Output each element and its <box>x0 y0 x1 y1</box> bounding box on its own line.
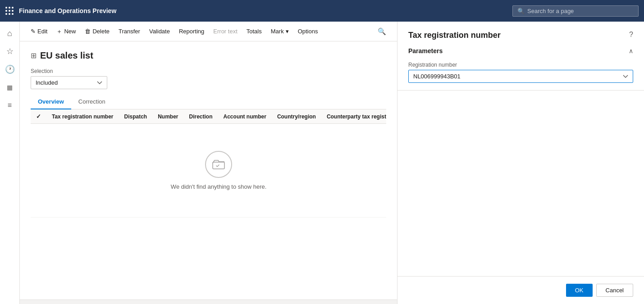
table-header-row: ✓ Tax registration number Dispatch Numbe… <box>31 109 386 124</box>
registration-number-label: Registration number <box>408 62 633 68</box>
col-dispatch: Dispatch <box>119 109 152 124</box>
empty-folder-icon <box>205 151 232 178</box>
favorites-icon[interactable]: ☆ <box>2 43 18 59</box>
tab-correction[interactable]: Correction <box>71 95 113 109</box>
content-area: ✎ Edit ＋ New 🗑 Delete Transfer Validate … <box>20 22 397 304</box>
totals-button[interactable]: Totals <box>243 26 265 36</box>
reporting-button[interactable]: Reporting <box>175 26 208 36</box>
empty-message: We didn't find anything to show here. <box>171 183 267 190</box>
mark-button[interactable]: Mark ▾ <box>267 26 292 36</box>
toolbar: ✎ Edit ＋ New 🗑 Delete Transfer Validate … <box>20 22 397 41</box>
parameters-section: Parameters ∧ Registration number NL00699… <box>397 40 644 91</box>
col-country-region: Country/region <box>272 109 321 124</box>
panel-title: Tax registration number <box>408 31 501 40</box>
search-bar[interactable]: 🔍 <box>512 5 639 17</box>
col-tax-reg: Tax registration number <box>46 109 119 124</box>
page-title: EU sales list <box>40 50 93 61</box>
col-direction: Direction <box>184 109 218 124</box>
col-number: Number <box>152 109 183 124</box>
edit-icon: ✎ <box>31 28 36 35</box>
search-input[interactable] <box>527 8 634 14</box>
registration-number-select[interactable]: NL006999943B01 <box>408 70 633 83</box>
delete-button[interactable]: 🗑 Delete <box>81 26 113 36</box>
new-icon: ＋ <box>56 27 62 36</box>
app-title: Finance and Operations Preview <box>19 7 507 14</box>
validate-button[interactable]: Validate <box>146 26 174 36</box>
sidebar: ⌂ ☆ 🕐 ▦ ≡ <box>0 22 20 304</box>
parameters-title: Parameters <box>408 47 443 54</box>
data-table: ✓ Tax registration number Dispatch Numbe… <box>31 109 386 218</box>
error-text-button: Error text <box>210 26 241 36</box>
col-counterparty-tax: Counterparty tax registration <box>321 109 386 124</box>
page-content: ⊞ EU sales list Selection Included All N… <box>20 41 397 299</box>
panel-footer: OK Cancel <box>397 276 644 304</box>
panel-header: Tax registration number ? <box>397 22 644 40</box>
top-bar: Finance and Operations Preview 🔍 <box>0 0 644 22</box>
empty-state: We didn't find anything to show here. <box>31 124 386 217</box>
section-header: Parameters ∧ <box>408 47 633 54</box>
search-icon: 🔍 <box>517 8 525 14</box>
workspaces-icon[interactable]: ▦ <box>2 79 18 95</box>
selection-row: Selection Included All Not included <box>31 68 386 89</box>
right-panel: Tax registration number ? Parameters ∧ R… <box>397 22 644 304</box>
ok-button[interactable]: OK <box>566 284 593 297</box>
transfer-button[interactable]: Transfer <box>115 26 144 36</box>
delete-icon: 🗑 <box>85 28 91 35</box>
registration-number-field: Registration number NL006999943B01 <box>408 62 633 83</box>
new-button[interactable]: ＋ New <box>53 26 79 37</box>
edit-button[interactable]: ✎ Edit <box>27 26 51 36</box>
col-account-number: Account number <box>218 109 272 124</box>
recent-icon[interactable]: 🕐 <box>2 61 18 77</box>
mark-chevron-icon: ▾ <box>286 28 289 35</box>
modules-icon[interactable]: ≡ <box>2 97 18 113</box>
horizontal-scrollbar[interactable] <box>20 299 397 304</box>
cancel-button[interactable]: Cancel <box>596 284 633 297</box>
selection-label: Selection <box>31 68 386 74</box>
options-button[interactable]: Options <box>294 26 322 36</box>
tab-overview[interactable]: Overview <box>31 95 71 109</box>
table-container: ✓ Tax registration number Dispatch Numbe… <box>31 109 386 218</box>
home-icon[interactable]: ⌂ <box>2 25 18 41</box>
collapse-icon[interactable]: ∧ <box>629 47 633 54</box>
selection-dropdown[interactable]: Included All Not included <box>31 76 107 89</box>
search-icon-button[interactable]: 🔍 <box>374 26 390 37</box>
help-icon[interactable]: ? <box>629 31 633 39</box>
tabs: Overview Correction <box>31 95 386 109</box>
app-grid-icon[interactable] <box>5 7 14 15</box>
filter-icon[interactable]: ⊞ <box>31 51 37 60</box>
select-all-checkbox[interactable]: ✓ <box>31 109 46 124</box>
